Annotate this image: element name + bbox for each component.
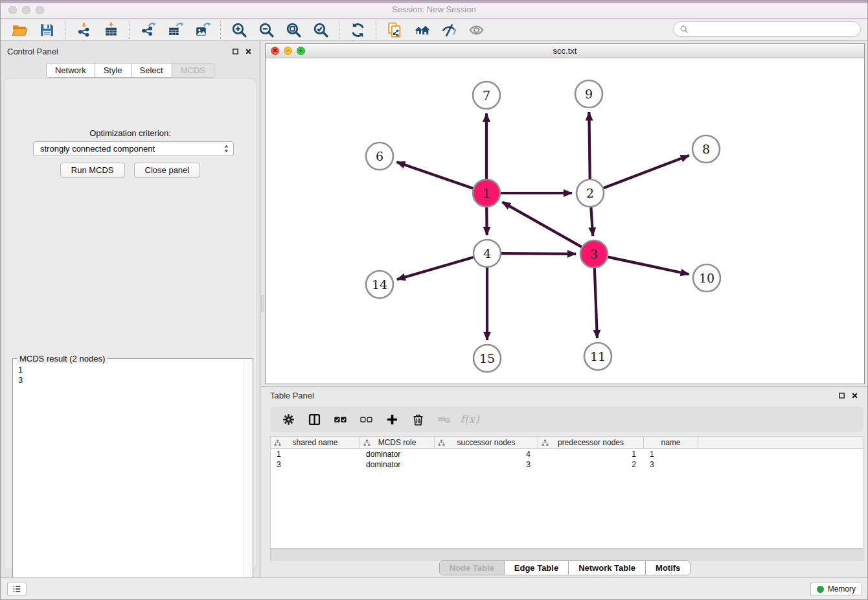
show-columns-button[interactable]	[303, 409, 326, 430]
search-icon	[680, 25, 689, 34]
column-header-MCDS-role[interactable]: MCDS role	[360, 437, 435, 448]
column-header-name[interactable]: name	[644, 437, 698, 448]
result-scrollbar[interactable]	[244, 360, 252, 600]
float-panel-icon[interactable]	[230, 46, 240, 56]
home-button[interactable]	[408, 20, 435, 40]
deselect-all-button[interactable]	[354, 409, 378, 430]
column-header-successor-nodes[interactable]: successor nodes	[435, 437, 538, 448]
list-icon	[12, 584, 22, 594]
graph-node-label-3: 3	[590, 247, 598, 261]
select-stepper-icon	[223, 144, 229, 154]
tab-mcds[interactable]: MCDS	[172, 63, 214, 78]
graph-edge-3-1[interactable]	[502, 202, 582, 247]
graph-node-label-7: 7	[483, 88, 490, 102]
search-input[interactable]	[692, 25, 854, 34]
tab-style[interactable]: Style	[95, 63, 131, 78]
tab-node-table[interactable]: Node Table	[440, 561, 505, 575]
node-table[interactable]: shared nameMCDS rolesuccessor nodesprede…	[270, 436, 863, 549]
table-header-row: shared nameMCDS rolesuccessor nodesprede…	[271, 437, 863, 449]
zoom-in-button[interactable]	[225, 20, 253, 40]
delete-column-button	[432, 409, 455, 430]
add-column-button[interactable]	[380, 409, 404, 430]
memory-label: Memory	[828, 584, 856, 594]
export-network-button[interactable]	[134, 20, 161, 40]
table-row[interactable]: 1dominator411	[271, 449, 863, 459]
refresh-button[interactable]	[344, 20, 371, 40]
import-table-button[interactable]	[97, 20, 124, 40]
graph-node-8[interactable]: 8	[692, 135, 720, 163]
delete-row-button[interactable]	[406, 409, 429, 430]
close-panel-icon[interactable]	[243, 46, 253, 56]
export-table-button[interactable]	[161, 20, 188, 40]
graph-edge-2-8[interactable]	[604, 156, 689, 188]
float-table-panel-icon[interactable]	[836, 390, 847, 400]
graph-edge-4-14[interactable]	[397, 257, 474, 279]
show-panel-button[interactable]	[463, 20, 490, 40]
import-network-button[interactable]	[70, 20, 97, 40]
graph-edge-1-4[interactable]	[486, 207, 487, 235]
table-horizontal-scrollbar[interactable]	[270, 549, 863, 560]
graph-edge-2-3[interactable]	[591, 207, 593, 236]
graph-node-15[interactable]: 15	[474, 345, 501, 372]
graph-edge-4-3[interactable]	[501, 253, 576, 254]
hide-panel-button[interactable]	[435, 20, 463, 40]
export-image-button[interactable]	[188, 20, 216, 40]
tab-edge-table[interactable]: Edge Table	[505, 561, 569, 575]
zoom-out-button[interactable]	[253, 20, 280, 40]
result-line: 3	[18, 375, 23, 386]
graph-node-6[interactable]: 6	[366, 143, 393, 170]
toolbar-items	[6, 20, 490, 40]
table-delete-icon	[437, 413, 451, 426]
table-row[interactable]: 3dominator323	[271, 459, 863, 470]
close-panel-button[interactable]: Close panel	[134, 163, 201, 178]
control-panel-title: Control Panel	[7, 47, 227, 56]
select-all-button[interactable]	[328, 409, 352, 430]
tab-network-table[interactable]: Network Table	[569, 561, 646, 575]
duplicate-network-button[interactable]	[381, 20, 408, 40]
search-box[interactable]	[673, 21, 861, 37]
control-panel-header: Control Panel	[1, 41, 260, 62]
column-header-predecessor-nodes[interactable]: predecessor nodes	[538, 437, 644, 448]
zoom-fit-button[interactable]	[280, 20, 307, 40]
graph-node-1[interactable]: 1	[473, 179, 500, 207]
table-tabs: Node TableEdge TableNetwork TableMotifs	[439, 560, 691, 575]
run-mcds-button[interactable]: Run MCDS	[60, 163, 125, 178]
table-cell: 4	[435, 449, 538, 459]
table-cell: 1	[538, 449, 644, 459]
tab-select[interactable]: Select	[131, 63, 172, 78]
mcds-result-title: MCDS result (2 nodes)	[17, 354, 108, 363]
optimization-criterion-select[interactable]: strongly connected component	[33, 141, 234, 156]
table-cell: dominator	[360, 459, 435, 470]
graph-node-4[interactable]: 4	[474, 240, 501, 267]
toolbar-separator	[339, 21, 339, 39]
graph-node-7[interactable]: 7	[473, 82, 500, 109]
save-session-button[interactable]	[33, 20, 60, 40]
graph-edge-2-9[interactable]	[589, 112, 589, 179]
graph-edge-3-11[interactable]	[595, 268, 597, 338]
zoom-selected-button[interactable]	[307, 20, 334, 40]
network-canvas[interactable]: 7968124314101511	[266, 58, 864, 384]
graph-edge-1-6[interactable]	[397, 162, 474, 189]
column-header-shared-name[interactable]: shared name	[271, 437, 360, 448]
tab-network[interactable]: Network	[46, 63, 95, 78]
task-history-button[interactable]	[7, 582, 27, 596]
network-window-titlebar[interactable]: ✕ − + scc.txt	[266, 44, 864, 58]
graph-node-10[interactable]: 10	[693, 264, 720, 292]
graph-node-3[interactable]: 3	[580, 240, 608, 268]
graph-node-9[interactable]: 9	[575, 80, 602, 108]
graph-node-label-1: 1	[483, 186, 490, 200]
table-settings-button[interactable]	[277, 409, 300, 430]
memory-button[interactable]: Memory	[810, 582, 862, 596]
network-graph[interactable]: 7968124314101511	[266, 58, 864, 384]
checked-boxes-icon	[334, 413, 347, 426]
import-network-icon	[76, 22, 92, 38]
graph-edge-3-10[interactable]	[608, 257, 689, 275]
tab-motifs[interactable]: Motifs	[646, 561, 690, 575]
close-table-panel-icon[interactable]	[849, 390, 860, 400]
graph-node-2[interactable]: 2	[577, 179, 604, 207]
splitter-handle[interactable]	[261, 295, 264, 312]
tree-icon	[542, 439, 549, 446]
graph-node-11[interactable]: 11	[584, 343, 611, 370]
graph-node-14[interactable]: 14	[366, 271, 393, 298]
open-session-button[interactable]	[6, 20, 33, 40]
